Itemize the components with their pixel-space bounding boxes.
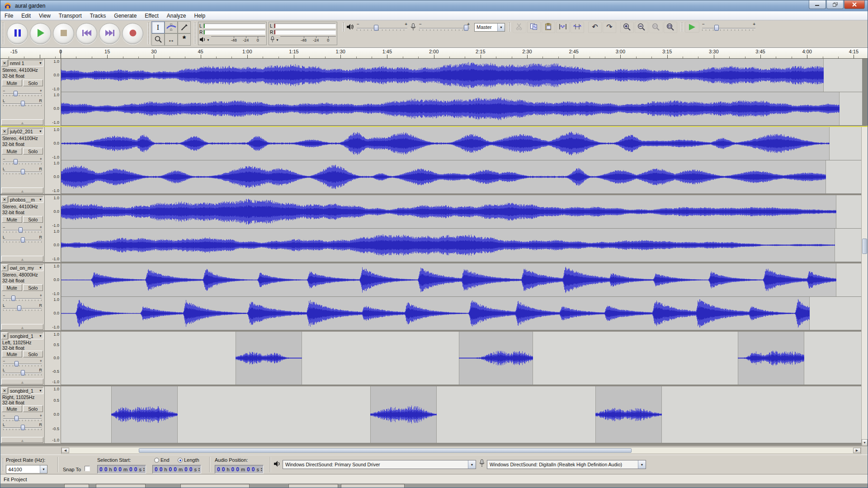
cut-button[interactable]	[513, 22, 526, 33]
time-digit[interactable]: 0	[174, 466, 177, 473]
pan-slider[interactable]: LR	[2, 422, 42, 431]
collapse-button[interactable]: ▲	[1, 256, 43, 262]
time-digit[interactable]: 0	[155, 466, 158, 473]
slider-thumb[interactable]	[21, 370, 25, 375]
vertical-ruler[interactable]: 1.00.0-1.0	[45, 297, 61, 330]
menu-item-tracks[interactable]: Tracks	[86, 12, 110, 20]
mute-button[interactable]: Mute	[2, 284, 22, 291]
collapse-button[interactable]: ▲	[1, 119, 43, 125]
vertical-ruler[interactable]: 1.00.0-1.0	[45, 92, 61, 126]
track-control-panel[interactable]: ✕songbird_1▼Right, 11025Hz32-bit floatMu…	[0, 386, 45, 443]
waveform-canvas[interactable]	[61, 229, 862, 262]
time-shift-tool-button[interactable]: ↔	[165, 33, 178, 46]
track-control-panel[interactable]: ✕songbird_1▼Left, 11025Hz32-bit floatMut…	[0, 332, 45, 385]
horizontal-scroll-thumb[interactable]	[139, 448, 632, 453]
solo-button[interactable]: Solo	[23, 351, 43, 357]
menu-item-analyze[interactable]: Analyze	[163, 12, 190, 20]
timeline-ruler[interactable]: -1501530451:001:151:301:452:002:152:302:…	[0, 48, 868, 59]
waveform-area[interactable]	[61, 59, 868, 92]
waveform-canvas[interactable]	[61, 332, 862, 385]
vertical-ruler[interactable]: 1.00.0-1.0	[45, 195, 61, 229]
toolbar-grip[interactable]	[342, 23, 344, 32]
output-volume-slider[interactable]: −+	[357, 22, 407, 32]
horizontal-scrollbar[interactable]: ◀ ▶	[61, 447, 861, 454]
audio-position-field[interactable]: 00h00m00s▴▾	[215, 465, 264, 474]
time-digit[interactable]: 0	[231, 466, 235, 473]
zoom-tool-button[interactable]	[151, 33, 165, 46]
menu-item-view[interactable]: View	[35, 12, 55, 20]
selection-tool-button[interactable]: I	[151, 21, 165, 33]
vertical-ruler[interactable]: 1.00.0-1.0	[45, 127, 61, 160]
master-dropdown[interactable]: Master ▼	[474, 23, 505, 32]
time-digit[interactable]: 0	[114, 466, 117, 473]
vertical-ruler[interactable]: 1.00.50.0-0.5-1.0	[45, 332, 61, 385]
mute-button[interactable]: Mute	[2, 351, 22, 357]
track-name-dropdown[interactable]: july02_201▼	[8, 128, 43, 135]
mute-button[interactable]: Mute	[2, 216, 22, 223]
spinner-icon[interactable]: ▴▾	[261, 467, 262, 472]
end-radio-icon[interactable]	[154, 458, 159, 463]
spinner-icon[interactable]: ▴▾	[198, 467, 200, 472]
selection-length-field[interactable]: 00h00m00s▴▾	[152, 465, 201, 474]
waveform-area[interactable]	[61, 160, 868, 194]
time-digit[interactable]: 0	[99, 466, 103, 473]
record-button[interactable]	[122, 23, 143, 44]
solo-button[interactable]: Solo	[23, 80, 43, 86]
menu-item-generate[interactable]: Generate	[110, 12, 141, 20]
menu-item-help[interactable]: Help	[190, 12, 210, 20]
time-digit[interactable]: 0	[160, 466, 163, 473]
menu-item-effect[interactable]: Effect	[141, 12, 162, 20]
undo-button[interactable]: ↶	[588, 22, 602, 33]
solo-button[interactable]: Solo	[23, 216, 43, 223]
chevron-down-icon[interactable]: ▼	[276, 38, 279, 42]
waveform-canvas[interactable]	[61, 127, 862, 160]
selection-start-field[interactable]: 00h00m00s▴▾	[97, 465, 146, 474]
envelope-tool-button[interactable]	[165, 21, 178, 33]
time-digit[interactable]: 0	[247, 466, 250, 473]
menu-item-file[interactable]: File	[0, 12, 17, 20]
mute-button[interactable]: Mute	[2, 405, 22, 412]
scroll-left-icon[interactable]: ◀	[61, 448, 69, 453]
waveform-area[interactable]	[61, 195, 868, 229]
end-radio[interactable]: End	[154, 457, 170, 463]
waveform-canvas[interactable]	[61, 386, 862, 443]
track-control-panel[interactable]: ✕july02_201▼Stereo, 44100Hz32-bit floatM…	[0, 127, 45, 194]
waveform-canvas[interactable]	[61, 59, 862, 92]
waveform-area[interactable]	[61, 297, 868, 330]
gain-slider[interactable]: −+	[2, 89, 42, 97]
stop-button[interactable]	[53, 23, 74, 44]
waveform-canvas[interactable]	[61, 263, 862, 296]
pan-slider[interactable]: LR	[2, 99, 42, 107]
track-name-dropdown[interactable]: owl_on_my▼	[8, 264, 43, 271]
gain-slider[interactable]: −+	[2, 293, 42, 301]
track-name-dropdown[interactable]: songbird_1▼	[8, 387, 43, 394]
copy-button[interactable]	[527, 22, 541, 33]
slider-thumb[interactable]	[21, 101, 25, 106]
restore-button[interactable]	[826, 0, 844, 9]
time-digit[interactable]: 0	[118, 466, 122, 473]
waveform-canvas[interactable]	[61, 160, 862, 193]
track-control-panel[interactable]: ✕phobos__m▼Stereo, 44100Hz32-bit floatMu…	[0, 195, 45, 262]
time-digit[interactable]: 0	[104, 466, 108, 473]
track-close-button[interactable]: ✕	[1, 196, 8, 203]
slider-thumb[interactable]	[21, 237, 25, 243]
track-close-button[interactable]: ✕	[1, 264, 8, 271]
time-digit[interactable]: 0	[252, 466, 255, 473]
rewind-button[interactable]	[76, 23, 97, 44]
paste-button[interactable]	[542, 22, 555, 33]
chevron-down-icon[interactable]: ▼	[207, 38, 210, 42]
menu-item-edit[interactable]: Edit	[17, 12, 35, 20]
mute-button[interactable]: Mute	[2, 80, 22, 86]
pan-slider[interactable]: LR	[2, 303, 42, 311]
slider-thumb[interactable]	[21, 425, 25, 430]
length-radio[interactable]: Length	[178, 457, 199, 463]
pan-slider[interactable]: LR	[2, 167, 42, 175]
time-digit[interactable]: 0	[134, 466, 137, 473]
time-digit[interactable]: 0	[189, 466, 193, 473]
slider-thumb[interactable]	[17, 305, 21, 311]
gain-slider[interactable]: −+	[2, 359, 42, 367]
collapse-button[interactable]: ▲	[1, 324, 43, 330]
project-rate-select[interactable]: 44100 ▼	[6, 465, 47, 474]
multi-tool-tool-button[interactable]: *	[178, 33, 191, 46]
track-close-button[interactable]: ✕	[1, 60, 8, 66]
